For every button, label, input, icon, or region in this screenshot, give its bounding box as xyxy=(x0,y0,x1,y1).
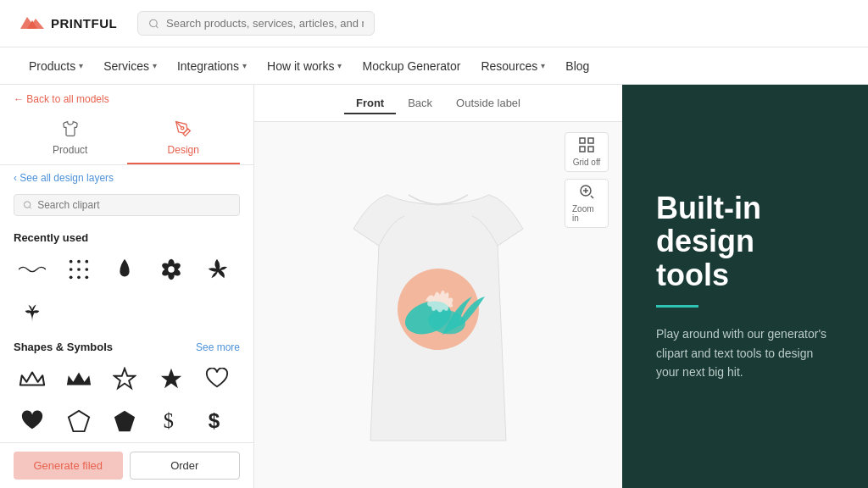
clipart-dollar-simple[interactable]: $ xyxy=(153,402,190,440)
recently-used-header: Recently used xyxy=(14,231,240,244)
clipart-flower[interactable] xyxy=(153,251,190,288)
chevron-down-icon: ▾ xyxy=(79,61,83,70)
svg-marker-21 xyxy=(114,369,135,388)
shapes-see-more[interactable]: See more xyxy=(196,341,240,353)
zoom-in-button[interactable]: Zoom in xyxy=(565,179,609,228)
svg-point-2 xyxy=(150,19,158,27)
clipart-dots[interactable] xyxy=(60,251,97,288)
svg-point-4 xyxy=(24,202,30,208)
recently-used-title: Recently used xyxy=(14,231,88,244)
design-tab-icon xyxy=(175,120,192,141)
svg-rect-54 xyxy=(580,147,585,152)
grid-icon xyxy=(579,137,594,156)
design-layers-link[interactable]: ‹ See all design layers xyxy=(0,165,253,191)
clipart-crown-filled[interactable] xyxy=(60,360,97,397)
tab-outside-label[interactable]: Outside label xyxy=(444,93,532,114)
nav: Products ▾ Services ▾ Integrations ▾ How… xyxy=(0,47,868,85)
nav-blog[interactable]: Blog xyxy=(557,54,598,78)
svg-point-3 xyxy=(181,127,184,130)
svg-rect-52 xyxy=(580,138,585,143)
canvas-area: Grid off Zoom in xyxy=(254,122,622,488)
svg-point-11 xyxy=(69,275,72,279)
svg-rect-53 xyxy=(588,138,593,143)
logo-text: PRINTFUL xyxy=(51,16,117,30)
clipart-search-bar[interactable] xyxy=(14,194,240,216)
right-panel: Built-indesign tools Play around with ou… xyxy=(622,85,868,488)
clipart-diamond-outline[interactable] xyxy=(60,402,97,440)
recently-used-grid xyxy=(14,251,240,330)
zoom-in-label: Zoom in xyxy=(572,204,601,223)
svg-rect-55 xyxy=(588,147,593,152)
svg-point-20 xyxy=(168,266,174,272)
search-input[interactable] xyxy=(166,17,364,30)
tab-back[interactable]: Back xyxy=(396,93,444,114)
zoom-icon xyxy=(579,184,594,202)
header: PRINTFUL xyxy=(0,0,868,47)
svg-text:$: $ xyxy=(163,409,173,432)
svg-point-12 xyxy=(77,275,81,279)
svg-text:$: $ xyxy=(209,409,220,432)
tshirt-svg xyxy=(337,152,540,458)
canvas-controls: Grid off Zoom in xyxy=(565,132,609,228)
right-panel-title: Built-indesign tools xyxy=(656,191,834,292)
right-panel-description: Play around with our generator's clipart… xyxy=(656,324,834,381)
nav-products[interactable]: Products ▾ xyxy=(20,54,92,78)
svg-marker-22 xyxy=(161,369,181,388)
svg-marker-24 xyxy=(114,411,135,431)
shapes-grid: $ $ € € xyxy=(14,360,240,442)
search-icon xyxy=(23,200,32,210)
shapes-title: Shapes & Symbols xyxy=(14,341,113,353)
clipart-diamond-filled[interactable] xyxy=(106,402,143,440)
view-tabs: Front Back Outside label xyxy=(254,85,622,122)
clipart-heart-outline[interactable] xyxy=(198,360,236,397)
svg-point-6 xyxy=(77,260,81,263)
bottom-buttons: Generate filed Order xyxy=(0,442,253,488)
logo-icon xyxy=(20,14,44,34)
clipart-star-outline[interactable] xyxy=(106,360,143,397)
design-tab-label: Design xyxy=(168,144,199,156)
left-panel: ← Back to all models Product Design xyxy=(0,85,254,488)
nav-how-it-works[interactable]: How it works ▾ xyxy=(259,54,350,78)
tab-design[interactable]: Design xyxy=(127,114,241,164)
back-link[interactable]: ← Back to all models xyxy=(0,85,253,114)
nav-mockup-generator[interactable]: Mockup Generator xyxy=(353,54,469,78)
clipart-dollar-fancy[interactable]: $ xyxy=(198,402,236,440)
shapes-header: Shapes & Symbols See more xyxy=(14,341,240,353)
nav-services[interactable]: Services ▾ xyxy=(95,54,165,78)
clipart-drop[interactable] xyxy=(106,251,143,288)
panel-tabs: Product Design xyxy=(0,114,253,165)
product-tab-icon xyxy=(62,120,79,141)
clipart-hibiscus[interactable] xyxy=(198,251,236,288)
product-tab-label: Product xyxy=(53,144,87,156)
generate-button[interactable]: Generate filed xyxy=(14,452,123,480)
tab-product[interactable]: Product xyxy=(14,114,127,164)
center-panel: Front Back Outside label xyxy=(254,85,622,488)
right-panel-divider xyxy=(656,305,698,308)
tshirt-container xyxy=(328,144,548,466)
svg-point-13 xyxy=(85,275,88,279)
clipart-crown-open[interactable] xyxy=(14,360,51,397)
svg-point-7 xyxy=(85,260,88,263)
search-bar[interactable] xyxy=(137,11,375,36)
clipart-panel: Recently used xyxy=(0,223,253,442)
logo[interactable]: PRINTFUL xyxy=(20,14,117,34)
svg-point-10 xyxy=(85,268,88,271)
search-icon xyxy=(148,18,159,30)
clipart-star-filled[interactable] xyxy=(153,360,190,397)
clipart-wavy[interactable] xyxy=(14,251,51,288)
svg-point-5 xyxy=(69,260,72,263)
nav-resources[interactable]: Resources ▾ xyxy=(472,54,554,78)
clipart-heart-filled[interactable] xyxy=(14,402,51,440)
chevron-down-icon: ▾ xyxy=(242,61,247,70)
nav-integrations[interactable]: Integrations ▾ xyxy=(169,54,255,78)
clipart-fern[interactable] xyxy=(14,293,51,330)
svg-marker-23 xyxy=(68,411,88,431)
clipart-search-input[interactable] xyxy=(37,199,231,211)
main-content: ← Back to all models Product Design xyxy=(0,85,868,488)
grid-off-button[interactable]: Grid off xyxy=(565,132,609,172)
svg-point-9 xyxy=(77,268,81,271)
order-button[interactable]: Order xyxy=(130,452,241,480)
tab-front[interactable]: Front xyxy=(344,93,396,114)
chevron-down-icon: ▾ xyxy=(153,61,157,70)
chevron-down-icon: ▾ xyxy=(541,61,545,70)
